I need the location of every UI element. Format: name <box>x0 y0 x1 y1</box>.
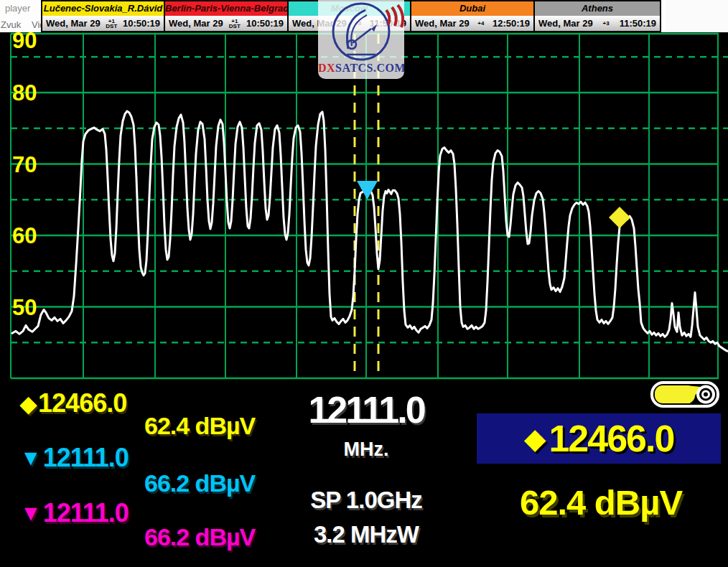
utc-offset: +1 DST <box>229 19 241 29</box>
battery-terminal-inner <box>703 391 709 398</box>
topbar-filler <box>666 0 728 32</box>
clock-hms: 12:50:19 <box>493 18 530 29</box>
y-axis-label: 70 <box>12 152 37 177</box>
spectrum-trace <box>12 111 727 351</box>
active-marker-level: 62.4 dBµV <box>481 482 721 523</box>
y-axis-label: 60 <box>12 223 37 248</box>
marker3-level: 66.2 dBµV <box>144 523 255 551</box>
y-axis-label: 80 <box>12 80 37 106</box>
center-frequency: 12111.0 <box>294 388 438 431</box>
clock-city: Lučenec-Slovakia_R.Dávid <box>42 1 164 16</box>
meter-screen: 9080706050 player Zvuk Vid Lučenec-Slova… <box>0 0 728 567</box>
y-axis-label: 50 <box>12 295 37 320</box>
utc-offset: +4 <box>477 21 484 26</box>
utc-offset: +1 DST <box>106 19 117 29</box>
marker3-freq-value: 12111.0 <box>43 498 129 528</box>
clock-hms: 10:50:19 <box>246 18 284 29</box>
logo-wordmark: DXSATCS.COM <box>318 62 404 75</box>
clock-athens: Athens Wed, Mar 29 +3 11:50:19 <box>535 1 660 31</box>
clock-berlin: Berlin-Paris-Vienna-Belgrade Wed, Mar 29… <box>165 1 289 31</box>
diamond-trace-marker <box>609 207 630 228</box>
clock-lucenec: Lučenec-Slovakia_R.Dávid Wed, Mar 29 +1 … <box>42 1 165 31</box>
diamond-marker-icon: ◆ <box>524 422 546 455</box>
clock-time: Wed, Mar 29 +4 12:50:19 <box>411 16 533 31</box>
clock-time: Wed, Mar 29 +1 DST 10:50:19 <box>42 16 164 31</box>
dxsatcs-logo: DXSATCS.COM <box>318 0 404 79</box>
active-marker-frequency: 12466.0 <box>549 417 673 460</box>
marker2-freq-value: 12111.0 <box>43 443 129 473</box>
marker1-level: 62.4 dBµV <box>144 412 255 440</box>
clock-city: Dubai <box>411 1 533 16</box>
menu-video[interactable]: Vid <box>32 19 41 30</box>
utc-offset: +3 <box>603 21 610 26</box>
clock-date: Wed, Mar 29 <box>46 18 101 29</box>
clock-city: Berlin-Paris-Vienna-Belgrade <box>165 1 287 16</box>
clock-hms: 10:50:19 <box>123 18 160 29</box>
marker3-frequency: ▼ 12111.0 <box>20 498 129 528</box>
marker2-frequency: ▼ 12111.0 <box>20 443 129 473</box>
clock-date: Wed, Mar 29 <box>169 18 223 29</box>
clock-hms: 11:50:19 <box>620 18 656 29</box>
clock-time: Wed, Mar 29 +1 DST 10:50:19 <box>165 16 287 31</box>
logo-dx: DX <box>318 62 335 74</box>
span-readout: SP 1.0GHz <box>294 487 438 514</box>
bandwidth-readout: 3.2 MHzW <box>294 521 438 548</box>
clock-city: Athens <box>535 1 660 16</box>
clock-date: Wed, Mar 29 <box>415 18 470 29</box>
satellite-dish-icon <box>318 0 404 62</box>
frequency-unit: MHz. <box>294 439 438 461</box>
triangle-marker-icon: ▼ <box>20 501 42 525</box>
menu-audio[interactable]: Zvuk <box>1 19 21 30</box>
marker1-freq-value: 12466.0 <box>38 388 126 418</box>
media-player-window: player Zvuk Vid <box>0 0 41 32</box>
marker2-level: 66.2 dBµV <box>144 469 255 497</box>
active-marker-box: ◆ 12466.0 <box>477 413 721 464</box>
clock-dubai: Dubai Wed, Mar 29 +4 12:50:19 <box>411 1 535 31</box>
clock-date: Wed, Mar 29 <box>538 18 593 29</box>
logo-rest: SATCS.COM <box>335 62 406 74</box>
triangle-marker-icon: ▼ <box>20 446 42 470</box>
marker1-frequency: ◆ 12466.0 <box>20 388 126 418</box>
clock-time: Wed, Mar 29 +3 11:50:19 <box>535 16 660 31</box>
diamond-marker-icon: ◆ <box>20 391 37 416</box>
player-title: player <box>5 3 30 14</box>
